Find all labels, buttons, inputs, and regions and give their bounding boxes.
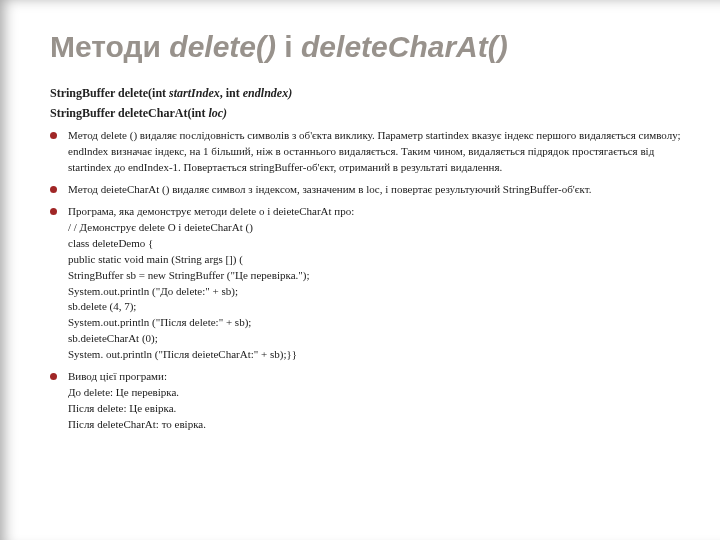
list-item: Метод deieteCharAt () видаляє символ з і… xyxy=(50,182,682,198)
output-line: Після deleteCharAt: то евірка. xyxy=(68,417,682,433)
sig1-prefix: StringBuffer delete(int xyxy=(50,86,169,100)
sig1-mid: , int xyxy=(220,86,243,100)
bullet-intro: Вивод цієї програми: xyxy=(68,369,682,385)
slide-body: Методи delete() і deleteCharAt() StringB… xyxy=(0,0,720,540)
sig2-prefix: StringBuffer deleteCharAt(int xyxy=(50,106,208,120)
output-line: До delete: Це перевірка. xyxy=(68,385,682,401)
bullet-list: Метод delete () видаляє послідовність си… xyxy=(50,128,682,433)
list-item: Метод delete () видаляє послідовність си… xyxy=(50,128,682,176)
code-line: StringBuffer sb = new StringBuffer ("Це … xyxy=(68,268,682,284)
list-item: Програма, яка демонструє методи delete о… xyxy=(50,204,682,363)
code-line: sb.delete (4, 7); xyxy=(68,299,682,315)
bullet-text: Метод deieteCharAt () видаляє символ з і… xyxy=(68,183,591,195)
code-line: class deleteDemo { xyxy=(68,236,682,252)
code-line: System.out.println ("До delete:" + sb); xyxy=(68,284,682,300)
signature-1: StringBuffer delete(int startIndex, int … xyxy=(50,85,682,102)
title-method-1: delete() xyxy=(169,30,276,63)
code-line: System. out.println ("Після deieteCharAt… xyxy=(68,347,682,363)
list-item: Вивод цієї програми: До delete: Це перев… xyxy=(50,369,682,433)
slide-title: Методи delete() і deleteCharAt() xyxy=(50,30,682,65)
sig2-param1: loc) xyxy=(208,106,227,120)
code-line: / / Демонструє delete О і deieteCharAt (… xyxy=(68,220,682,236)
signature-2: StringBuffer deleteCharAt(int loc) xyxy=(50,105,682,122)
title-mid: і xyxy=(276,30,301,63)
code-line: public static void main (String args [])… xyxy=(68,252,682,268)
title-method-2: deleteCharAt() xyxy=(301,30,508,63)
bullet-intro: Програма, яка демонструє методи delete о… xyxy=(68,204,682,220)
code-line: sb.deieteCharAt (0); xyxy=(68,331,682,347)
title-prefix: Методи xyxy=(50,30,169,63)
output-line: Після delete: Це евірка. xyxy=(68,401,682,417)
sig1-param2: endlndex) xyxy=(243,86,292,100)
bullet-text: Метод delete () видаляє послідовність си… xyxy=(68,129,681,173)
code-line: System.out.println ("Після delete:" + sb… xyxy=(68,315,682,331)
sig1-param1: startIndex xyxy=(169,86,220,100)
